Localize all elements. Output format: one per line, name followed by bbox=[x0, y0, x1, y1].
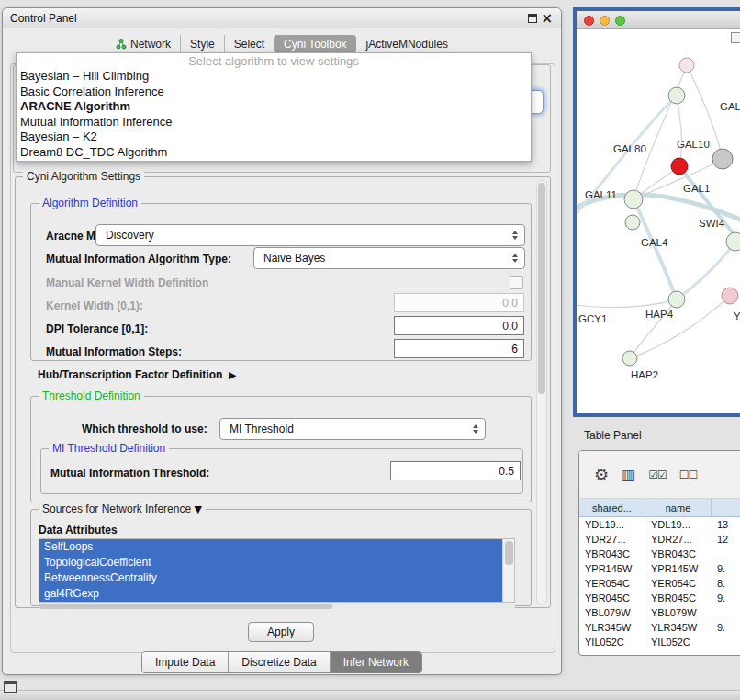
algorithm-option-selected[interactable]: ARACNE Algorithm bbox=[17, 99, 531, 115]
minimize-traffic-light[interactable] bbox=[600, 16, 610, 26]
close-traffic-light[interactable] bbox=[584, 16, 594, 26]
hub-section-header[interactable]: Hub/Transcription Factor Definition ▶ bbox=[38, 368, 236, 382]
network-node[interactable] bbox=[712, 149, 733, 169]
cell-extra[interactable]: 9. bbox=[712, 561, 740, 576]
tab-network[interactable]: Network bbox=[107, 35, 180, 53]
cell-shared[interactable]: YLR345W bbox=[579, 620, 645, 635]
cell-shared[interactable]: YDR27... bbox=[579, 532, 645, 547]
mi-threshold-input[interactable]: 0.5 bbox=[390, 461, 521, 480]
cell-shared[interactable]: YPR145W bbox=[579, 561, 645, 576]
network-node[interactable] bbox=[668, 87, 685, 104]
network-node[interactable] bbox=[668, 291, 685, 308]
zoom-traffic-light[interactable] bbox=[615, 16, 625, 26]
network-node[interactable] bbox=[671, 158, 688, 175]
cell-name[interactable]: YBR043C bbox=[645, 547, 712, 561]
chevron-right-icon: ▶ bbox=[229, 369, 236, 381]
attribute-item[interactable]: TopologicalCoefficient bbox=[39, 555, 502, 570]
tab-jactivemnodules[interactable]: jActiveMNodules bbox=[356, 35, 457, 53]
column-header-extra[interactable] bbox=[712, 499, 740, 516]
network-node[interactable] bbox=[722, 288, 738, 304]
network-node[interactable] bbox=[622, 351, 637, 366]
cell-name[interactable]: YIL052C bbox=[645, 635, 712, 649]
aracne-mode-select[interactable]: Discovery bbox=[95, 224, 525, 246]
scrollbar-thumb[interactable] bbox=[39, 604, 332, 609]
cell-shared[interactable]: YBR043C bbox=[579, 547, 645, 561]
cell-extra[interactable]: 12 bbox=[712, 532, 740, 547]
cell-shared[interactable]: YDL19... bbox=[579, 517, 645, 532]
attribute-item[interactable]: BetweennessCentrality bbox=[39, 570, 502, 586]
table-row[interactable]: YER054C YER054C 8. bbox=[579, 576, 740, 591]
algorithm-option[interactable]: Bayesian – Hill Climbing bbox=[17, 69, 531, 85]
list-horizontal-scrollbar[interactable] bbox=[39, 604, 515, 609]
restore-panel-icon[interactable] bbox=[4, 681, 17, 693]
float-window-icon[interactable] bbox=[528, 14, 537, 23]
mi-steps-input[interactable]: 6 bbox=[394, 339, 524, 358]
cell-name[interactable]: YBL079W bbox=[645, 605, 712, 620]
cell-shared[interactable]: YIL052C bbox=[579, 635, 645, 649]
network-canvas[interactable]: GAL80 GAL10 GAL11 GAL1 SWI4 GAL4 GCY1 HA… bbox=[577, 29, 740, 395]
deselect-all-checkboxes-icon[interactable]: ☐☐ bbox=[679, 469, 698, 480]
tab-select[interactable]: Select bbox=[224, 35, 274, 53]
attribute-item[interactable]: SelfLoops bbox=[39, 539, 502, 555]
cell-extra[interactable]: 8. bbox=[712, 576, 740, 591]
tab-discretize-data[interactable]: Discretize Data bbox=[228, 652, 329, 672]
cell-extra[interactable] bbox=[712, 605, 740, 620]
table-row[interactable]: YDL19... YDL19... 13 bbox=[579, 517, 740, 532]
cell-name[interactable]: YLR345W bbox=[645, 620, 712, 635]
mi-threshold-value: 0.5 bbox=[499, 465, 514, 478]
select-all-checkboxes-icon[interactable]: ☑☑ bbox=[648, 469, 667, 480]
algorithm-option[interactable]: Mutual Information Inference bbox=[17, 115, 531, 130]
cell-extra[interactable] bbox=[712, 547, 740, 561]
network-tab-icon bbox=[116, 39, 127, 50]
algorithm-option[interactable]: Basic Correlation Inference bbox=[17, 85, 531, 100]
network-node[interactable] bbox=[625, 215, 640, 230]
algorithm-option[interactable]: Dream8 DC_TDC Algorithm bbox=[17, 145, 531, 161]
table-row[interactable]: YDR27... YDR27... 12 bbox=[579, 532, 740, 547]
table-row[interactable]: YPR145W YPR145W 9. bbox=[579, 561, 740, 576]
list-vertical-scrollbar[interactable] bbox=[502, 539, 514, 602]
cell-shared[interactable]: YER054C bbox=[579, 576, 645, 591]
apply-button[interactable]: Apply bbox=[248, 622, 314, 642]
cell-extra[interactable] bbox=[712, 635, 740, 649]
cell-name[interactable]: YBR045C bbox=[645, 591, 712, 605]
control-panel-titlebar[interactable]: Control Panel × bbox=[3, 8, 561, 28]
cell-extra[interactable]: 9. bbox=[712, 620, 740, 635]
table-row[interactable]: YLR345W YLR345W 9. bbox=[579, 620, 740, 635]
table-row[interactable]: YIL052C YIL052C bbox=[579, 635, 740, 649]
data-attributes-list[interactable]: SelfLoops TopologicalCoefficient Between… bbox=[39, 538, 515, 603]
network-node[interactable] bbox=[726, 232, 740, 251]
column-header-shared[interactable]: shared... bbox=[579, 499, 645, 516]
network-node[interactable] bbox=[679, 58, 694, 73]
birdseye-toggle[interactable] bbox=[731, 32, 740, 43]
table-row[interactable]: YBL079W YBL079W bbox=[579, 605, 740, 620]
cell-shared[interactable]: YBR045C bbox=[579, 591, 645, 605]
tab-cyni-toolbox[interactable]: Cyni Toolbox bbox=[274, 35, 355, 53]
cell-name[interactable]: YPR145W bbox=[645, 561, 712, 576]
sources-group-title[interactable]: Sources for Network Inference ▼ bbox=[39, 502, 206, 515]
mi-type-select[interactable]: Naive Bayes bbox=[253, 247, 525, 269]
network-node[interactable] bbox=[624, 190, 643, 209]
cell-extra[interactable]: 9. bbox=[712, 591, 740, 605]
cell-name[interactable]: YDR27... bbox=[645, 532, 712, 547]
cell-name[interactable]: YER054C bbox=[645, 576, 712, 591]
tab-style[interactable]: Style bbox=[180, 35, 224, 53]
which-threshold-select[interactable]: MI Threshold bbox=[219, 418, 486, 440]
dpi-tolerance-input[interactable]: 0.0 bbox=[394, 316, 524, 335]
close-icon[interactable]: × bbox=[541, 10, 553, 27]
algorithm-option[interactable]: Bayesian – K2 bbox=[17, 130, 531, 145]
table-row[interactable]: YBR043C YBR043C bbox=[579, 547, 740, 561]
scrollbar-thumb[interactable] bbox=[505, 541, 513, 565]
network-window-titlebar[interactable] bbox=[577, 11, 740, 29]
settings-vertical-scrollbar[interactable] bbox=[536, 180, 547, 604]
table-row[interactable]: YBR045C YBR045C 9. bbox=[579, 591, 740, 605]
attribute-item[interactable]: gal4RGexp bbox=[39, 586, 502, 602]
gear-icon[interactable]: ⚙ bbox=[594, 467, 609, 483]
tab-impute-data[interactable]: Impute Data bbox=[142, 652, 228, 672]
column-header-name[interactable]: name bbox=[645, 499, 712, 516]
cell-name[interactable]: YDL19... bbox=[645, 517, 712, 532]
tab-infer-network[interactable]: Infer Network bbox=[330, 652, 421, 672]
columns-icon[interactable]: ▥ bbox=[622, 468, 635, 482]
scrollbar-thumb[interactable] bbox=[538, 183, 545, 394]
cell-shared[interactable]: YBL079W bbox=[579, 605, 645, 620]
cell-extra[interactable]: 13 bbox=[712, 517, 740, 532]
